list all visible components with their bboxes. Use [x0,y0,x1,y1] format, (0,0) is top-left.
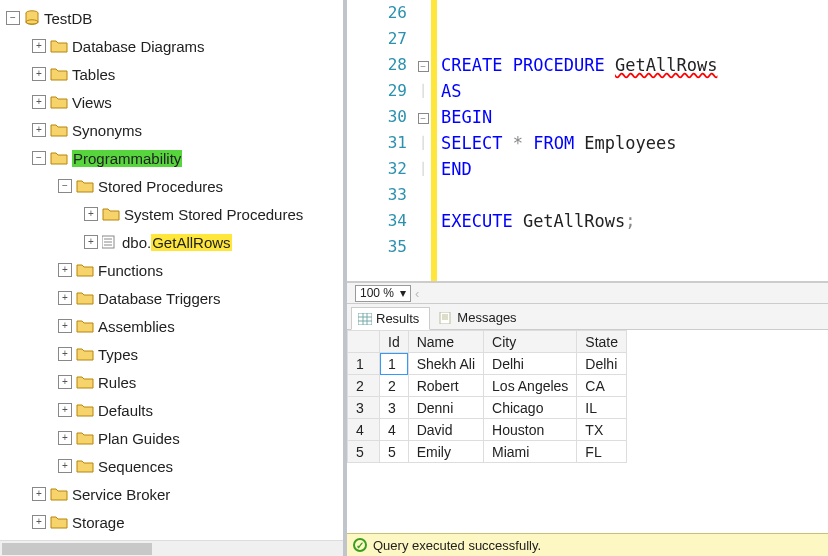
tree-node[interactable]: +Sequences [6,452,343,480]
table-row[interactable]: 33DenniChicagoIL [348,397,627,419]
folder-icon [76,375,94,389]
tree-node[interactable]: +Storage [6,508,343,536]
expand-icon[interactable]: + [32,95,46,109]
tree-node[interactable]: +Types [6,340,343,368]
column-header[interactable]: Name [408,331,483,353]
cell[interactable]: 4 [380,419,409,441]
cell[interactable]: CA [577,375,627,397]
cell[interactable]: FL [577,441,627,463]
tree-node[interactable]: +Views [6,88,343,116]
row-number-cell[interactable]: 3 [348,397,380,419]
row-number-cell[interactable]: 4 [348,419,380,441]
code-line[interactable]: AS [441,78,828,104]
fold-minus-icon[interactable]: − [418,113,429,124]
cell[interactable]: 1 [380,353,409,375]
cell[interactable]: 2 [380,375,409,397]
tree-node[interactable]: +System Stored Procedures [6,200,343,228]
tree-node-root[interactable]: − TestDB [6,4,343,32]
column-header[interactable]: State [577,331,627,353]
code-line[interactable]: BEGIN [441,104,828,130]
table-row[interactable]: 22RobertLos AngelesCA [348,375,627,397]
expand-icon[interactable]: + [84,207,98,221]
code-line[interactable]: CREATE PROCEDURE GetAllRows [441,52,828,78]
code-area[interactable]: CREATE PROCEDURE GetAllRowsASBEGINSELECT… [437,0,828,281]
cell[interactable]: Miami [484,441,577,463]
expand-icon[interactable]: + [58,347,72,361]
row-number-cell[interactable]: 2 [348,375,380,397]
results-grid[interactable]: IdNameCityState11Shekh AliDelhiDelhi22Ro… [347,330,828,533]
column-header[interactable]: Id [380,331,409,353]
tree-node[interactable]: +dbo.GetAllRows [6,228,343,256]
zoom-dropdown[interactable]: 100 % ▾ [355,285,411,302]
cell[interactable]: Delhi [577,353,627,375]
code-line[interactable]: EXECUTE GetAllRows; [441,208,828,234]
cell[interactable]: 3 [380,397,409,419]
expand-icon[interactable]: + [32,515,46,529]
fold-minus-icon[interactable]: − [418,61,429,72]
expand-icon[interactable]: + [58,375,72,389]
tab-results[interactable]: Results [351,307,430,330]
expand-icon[interactable]: + [58,459,72,473]
cell[interactable]: TX [577,419,627,441]
tree-node[interactable]: +Defaults [6,396,343,424]
expand-icon[interactable]: + [58,431,72,445]
tab-messages[interactable]: Messages [432,306,527,329]
fold-cell[interactable]: − [415,104,431,130]
cell[interactable]: Houston [484,419,577,441]
collapse-icon[interactable]: − [6,11,20,25]
tree-node[interactable]: +Functions [6,256,343,284]
expand-icon[interactable]: + [32,487,46,501]
cell[interactable]: Denni [408,397,483,419]
expand-icon[interactable]: + [58,403,72,417]
cell[interactable]: Robert [408,375,483,397]
expand-icon[interactable]: + [32,39,46,53]
code-line[interactable] [441,182,828,208]
tree-node[interactable]: +Plan Guides [6,424,343,452]
collapse-icon[interactable]: − [32,151,46,165]
code-line[interactable]: SELECT * FROM Employees [441,130,828,156]
cell[interactable]: Los Angeles [484,375,577,397]
tree-node-label: Views [72,94,112,111]
tree-node[interactable]: +Synonyms [6,116,343,144]
fold-column[interactable]: −│−││ [415,0,431,281]
collapse-icon[interactable]: − [58,179,72,193]
expand-icon[interactable]: + [58,263,72,277]
tree[interactable]: − TestDB +Database Diagrams+Tables+Views… [0,0,343,540]
column-header[interactable]: City [484,331,577,353]
tree-node[interactable]: +Tables [6,60,343,88]
cell[interactable]: IL [577,397,627,419]
cell[interactable]: Chicago [484,397,577,419]
table-row[interactable]: 44DavidHoustonTX [348,419,627,441]
tree-node[interactable]: +Service Broker [6,480,343,508]
code-line[interactable] [441,26,828,52]
row-number-cell[interactable]: 1 [348,353,380,375]
horizontal-scrollbar[interactable] [0,540,343,556]
cell[interactable]: Delhi [484,353,577,375]
tree-node[interactable]: −Programmability [6,144,343,172]
expand-icon[interactable]: + [58,291,72,305]
scrollbar-thumb[interactable] [2,543,152,555]
code-editor[interactable]: 26272829303132333435 −│−││ CREATE PROCED… [347,0,828,282]
expand-icon[interactable]: + [32,123,46,137]
row-number-cell[interactable]: 5 [348,441,380,463]
table-row[interactable]: 11Shekh AliDelhiDelhi [348,353,627,375]
tree-node[interactable]: +Database Diagrams [6,32,343,60]
tree-node[interactable]: +Rules [6,368,343,396]
cell[interactable]: Emily [408,441,483,463]
table-row[interactable]: 55EmilyMiamiFL [348,441,627,463]
expand-icon[interactable]: + [84,235,98,249]
tree-node[interactable]: +Database Triggers [6,284,343,312]
tree-node[interactable]: +Assemblies [6,312,343,340]
cell[interactable]: David [408,419,483,441]
code-line[interactable] [441,234,828,260]
code-line[interactable] [441,0,828,26]
results-table[interactable]: IdNameCityState11Shekh AliDelhiDelhi22Ro… [347,330,627,463]
expand-icon[interactable]: + [58,319,72,333]
expand-icon[interactable]: + [32,67,46,81]
tree-node[interactable]: −Stored Procedures [6,172,343,200]
cell[interactable]: Shekh Ali [408,353,483,375]
column-header[interactable] [348,331,380,353]
cell[interactable]: 5 [380,441,409,463]
fold-cell[interactable]: − [415,52,431,78]
code-line[interactable]: END [441,156,828,182]
